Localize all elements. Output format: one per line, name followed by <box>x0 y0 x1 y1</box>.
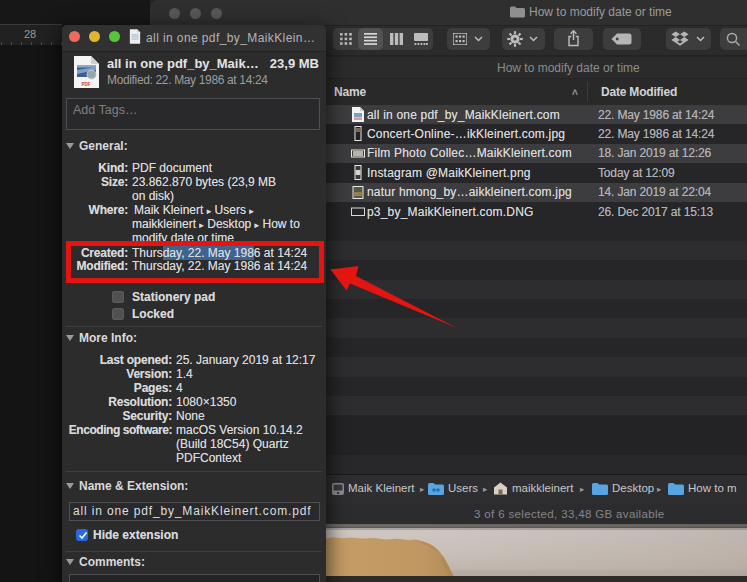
svg-text:PDF: PDF <box>82 82 91 87</box>
